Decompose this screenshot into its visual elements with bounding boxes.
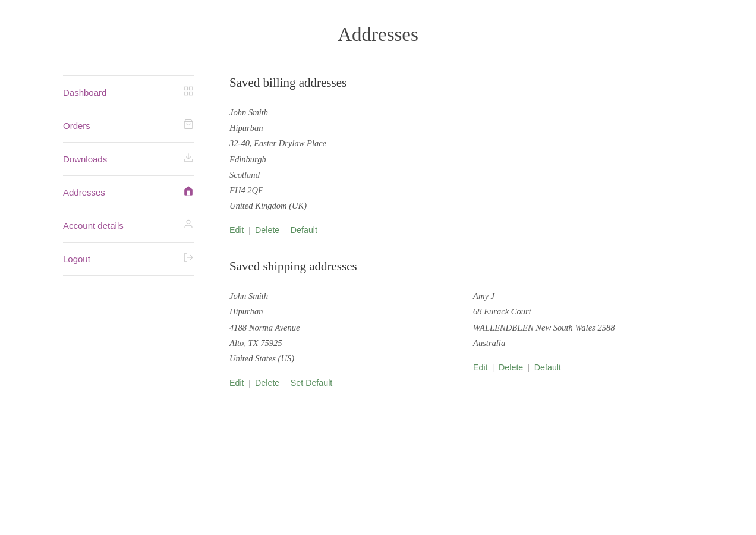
shipping-address-2: Amy J 68 Eurack Court WALLENDBEEN New So… <box>473 288 693 412</box>
sidebar-item-dashboard[interactable]: Dashboard <box>63 75 194 109</box>
page-title: Addresses <box>0 0 756 75</box>
shipping2-default-link[interactable]: Default <box>534 363 561 372</box>
sidebar-item-label: Account details <box>63 221 124 231</box>
shipping-section: Saved shipping addresses John Smith Hipu… <box>229 259 693 412</box>
account-icon <box>183 219 194 232</box>
sidebar-item-label: Dashboard <box>63 87 106 97</box>
sidebar-item-logout[interactable]: Logout <box>63 243 194 276</box>
billing-delete-link[interactable]: Delete <box>255 225 279 235</box>
addresses-icon <box>183 185 194 199</box>
billing-address: John Smith Hipurban 32-40, Easter Drylaw… <box>229 105 693 213</box>
sidebar-item-orders[interactable]: Orders <box>63 109 194 143</box>
shipping-section-title: Saved shipping addresses <box>229 259 693 274</box>
logout-icon <box>183 252 194 266</box>
shipping1-edit-link[interactable]: Edit <box>229 378 244 388</box>
billing-section: Saved billing addresses John Smith Hipur… <box>229 75 693 235</box>
separator: | <box>528 363 530 372</box>
shipping2-actions: Edit | Delete | Default <box>473 363 693 373</box>
svg-rect-1 <box>190 87 193 90</box>
sidebar-item-label: Orders <box>63 121 90 131</box>
downloads-icon <box>183 152 194 166</box>
sidebar-item-downloads[interactable]: Downloads <box>63 143 194 176</box>
billing-postcode: EH4 2QF <box>229 182 693 198</box>
billing-default-link[interactable]: Default <box>291 225 317 235</box>
shipping2-city: WALLENDBEEN New South Wales 2588 <box>473 320 693 335</box>
shipping-address-1: John Smith Hipurban 4188 Norma Avenue Al… <box>229 288 449 412</box>
shipping1-street: 4188 Norma Avenue <box>229 320 449 335</box>
shipping1-actions: Edit | Delete | Set Default <box>229 378 449 388</box>
shipping1-country: United States (US) <box>229 351 449 366</box>
sidebar-item-label: Logout <box>63 254 90 264</box>
billing-edit-link[interactable]: Edit <box>229 225 244 235</box>
separator: | <box>284 225 286 235</box>
svg-rect-2 <box>184 92 187 95</box>
separator: | <box>492 363 494 372</box>
billing-actions: Edit | Delete | Default <box>229 225 693 235</box>
shipping1-city: Alto, TX 75925 <box>229 335 449 351</box>
main-content: Saved billing addresses John Smith Hipur… <box>229 75 693 412</box>
sidebar-item-account-details[interactable]: Account details <box>63 209 194 243</box>
billing-street: 32-40, Easter Drylaw Place <box>229 136 693 151</box>
dashboard-icon <box>183 86 194 99</box>
shipping-grid: John Smith Hipurban 4188 Norma Avenue Al… <box>229 288 693 412</box>
shipping2-street: 68 Eurack Court <box>473 304 693 319</box>
svg-point-6 <box>187 220 190 224</box>
billing-city: Edinburgh <box>229 152 693 167</box>
separator: | <box>248 225 250 235</box>
billing-region: Scotland <box>229 167 693 182</box>
shipping1-company: Hipurban <box>229 304 449 319</box>
billing-section-title: Saved billing addresses <box>229 75 693 90</box>
svg-rect-3 <box>190 92 193 95</box>
separator: | <box>284 378 286 388</box>
separator: | <box>248 378 250 388</box>
billing-company: Hipurban <box>229 120 693 136</box>
sidebar: Dashboard Orders Downloads <box>63 75 194 412</box>
sidebar-item-addresses[interactable]: Addresses <box>63 176 194 209</box>
sidebar-item-label: Downloads <box>63 154 107 164</box>
shipping2-country: Australia <box>473 335 693 351</box>
shipping1-name: John Smith <box>229 288 449 304</box>
svg-rect-0 <box>184 87 187 90</box>
shipping1-delete-link[interactable]: Delete <box>255 378 279 388</box>
shipping2-delete-link[interactable]: Delete <box>499 363 523 372</box>
shipping1-setdefault-link[interactable]: Set Default <box>291 378 333 388</box>
billing-name: John Smith <box>229 105 693 120</box>
orders-icon <box>183 119 194 133</box>
billing-country: United Kingdom (UK) <box>229 198 693 213</box>
shipping2-edit-link[interactable]: Edit <box>473 363 488 372</box>
shipping2-name: Amy J <box>473 288 693 304</box>
sidebar-item-label: Addresses <box>63 187 105 197</box>
